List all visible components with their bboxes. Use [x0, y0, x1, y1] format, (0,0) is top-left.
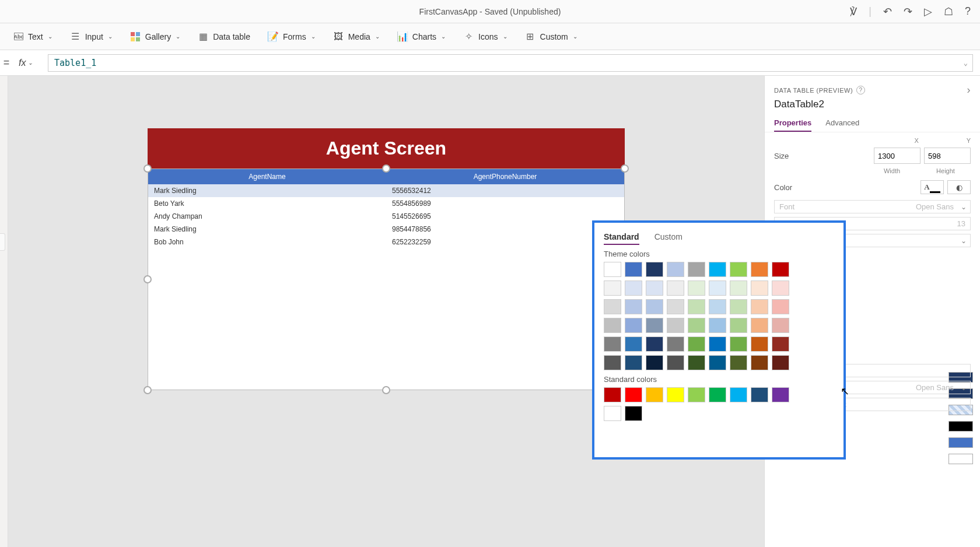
color-swatch[interactable] — [688, 355, 705, 370]
expand-formula-icon[interactable]: ⌄ — [964, 59, 968, 67]
color-swatch[interactable] — [751, 280, 768, 296]
color-swatch[interactable] — [730, 387, 747, 402]
picker-tab-standard[interactable]: Standard — [604, 230, 639, 245]
user-icon[interactable]: ☖ — [944, 5, 953, 18]
color-swatch[interactable] — [688, 336, 705, 352]
width-input[interactable] — [874, 148, 921, 164]
undo-icon[interactable]: ↶ — [883, 5, 892, 18]
color-swatch[interactable] — [667, 355, 684, 370]
color-swatch[interactable] — [667, 387, 684, 402]
color-swatch[interactable] — [604, 406, 621, 421]
col-agentname[interactable]: AgentName — [148, 169, 386, 184]
ribbon-gallery[interactable]: Gallery ⌄ — [130, 31, 180, 42]
help-icon[interactable]: ? — [856, 86, 865, 94]
resize-handle[interactable] — [144, 275, 152, 283]
side-color-swatch[interactable] — [949, 421, 973, 432]
ribbon-icons[interactable]: ✧ Icons ⌄ — [463, 31, 507, 42]
color-swatch[interactable] — [667, 262, 684, 277]
color-swatch[interactable] — [709, 262, 726, 277]
color-swatch[interactable] — [667, 318, 684, 333]
color-swatch[interactable] — [604, 336, 621, 352]
formula-input[interactable]: Table1_1 ⌄ — [48, 54, 973, 72]
ribbon-custom[interactable]: ⊞ Custom ⌄ — [525, 31, 578, 42]
color-swatch[interactable] — [751, 387, 768, 402]
color-swatch[interactable] — [646, 262, 663, 277]
color-swatch[interactable] — [604, 262, 621, 277]
color-swatch[interactable] — [646, 299, 663, 314]
color-swatch[interactable] — [625, 299, 642, 314]
fill-color-button[interactable]: ◐ — [947, 180, 971, 194]
color-swatch[interactable] — [772, 299, 789, 314]
color-swatch[interactable] — [730, 262, 747, 277]
color-swatch[interactable] — [646, 318, 663, 333]
ribbon-datatable[interactable]: ▦ Data table — [198, 31, 250, 42]
color-swatch[interactable] — [604, 318, 621, 333]
color-swatch[interactable] — [688, 299, 705, 314]
color-swatch[interactable] — [730, 280, 747, 296]
table-row[interactable]: Andy Champan5145526695 — [148, 210, 624, 223]
color-swatch[interactable] — [730, 299, 747, 314]
tab-advanced[interactable]: Advanced — [825, 115, 859, 132]
color-swatch[interactable] — [772, 318, 789, 333]
color-swatch[interactable] — [730, 318, 747, 333]
color-swatch[interactable] — [667, 280, 684, 296]
color-swatch[interactable] — [751, 355, 768, 370]
color-swatch[interactable] — [625, 336, 642, 352]
color-swatch[interactable] — [709, 355, 726, 370]
color-swatch[interactable] — [646, 336, 663, 352]
color-swatch[interactable] — [730, 355, 747, 370]
color-swatch[interactable] — [688, 318, 705, 333]
color-swatch[interactable] — [646, 355, 663, 370]
color-swatch[interactable] — [751, 336, 768, 352]
resize-handle[interactable] — [621, 164, 629, 173]
font-dropdown[interactable]: Font Open Sans ⌄ — [774, 200, 971, 213]
color-swatch[interactable] — [772, 336, 789, 352]
fx-label[interactable]: fx ⌄ — [13, 58, 48, 68]
ribbon-forms[interactable]: 📝 Forms ⌄ — [268, 31, 316, 42]
side-color-swatch[interactable] — [949, 454, 973, 464]
ribbon-input[interactable]: ☰ Input ⌄ — [70, 31, 113, 42]
color-swatch[interactable] — [709, 299, 726, 314]
table-row[interactable]: Bob John6252232259 — [148, 236, 624, 248]
stethoscope-icon[interactable]: ℣ — [850, 5, 857, 18]
col-agentphone[interactable]: AgentPhoneNumber — [386, 169, 624, 184]
color-swatch[interactable] — [604, 387, 621, 402]
color-swatch[interactable] — [625, 280, 642, 296]
resize-handle[interactable] — [382, 386, 390, 394]
color-swatch[interactable] — [688, 262, 705, 277]
color-swatch[interactable] — [604, 299, 621, 314]
table-row[interactable]: Mark Siedling9854478856 — [148, 223, 624, 236]
color-swatch[interactable] — [730, 336, 747, 352]
color-swatch[interactable] — [709, 318, 726, 333]
help-icon[interactable]: ? — [965, 5, 971, 17]
color-swatch[interactable] — [751, 299, 768, 314]
color-swatch[interactable] — [688, 387, 705, 402]
datatable-control[interactable]: AgentName AgentPhoneNumber Mark Siedling… — [148, 169, 625, 390]
color-swatch[interactable] — [751, 262, 768, 277]
color-swatch[interactable] — [772, 355, 789, 370]
picker-tab-custom[interactable]: Custom — [654, 230, 682, 245]
color-swatch[interactable] — [772, 280, 789, 296]
color-swatch[interactable] — [625, 318, 642, 333]
expand-tree-toggle[interactable] — [0, 233, 5, 251]
color-swatch[interactable] — [772, 262, 789, 277]
tab-properties[interactable]: Properties — [774, 115, 811, 132]
table-row[interactable]: Beto Yark5554856989 — [148, 197, 624, 210]
color-swatch[interactable] — [709, 280, 726, 296]
color-swatch[interactable] — [625, 387, 642, 402]
ribbon-media[interactable]: 🖼 Media ⌄ — [333, 31, 380, 42]
color-swatch[interactable] — [667, 299, 684, 314]
color-swatch[interactable] — [625, 355, 642, 370]
resize-handle[interactable] — [144, 386, 152, 394]
color-swatch[interactable] — [688, 280, 705, 296]
color-swatch[interactable] — [625, 262, 642, 277]
ribbon-text[interactable]: Abc Text ⌄ — [14, 32, 52, 41]
color-swatch[interactable] — [667, 336, 684, 352]
color-swatch[interactable] — [646, 280, 663, 296]
color-swatch[interactable] — [604, 280, 621, 296]
color-swatch[interactable] — [709, 387, 726, 402]
color-swatch[interactable] — [646, 387, 663, 402]
color-swatch[interactable] — [625, 406, 642, 421]
resize-handle[interactable] — [382, 164, 390, 173]
height-input[interactable] — [924, 148, 971, 164]
